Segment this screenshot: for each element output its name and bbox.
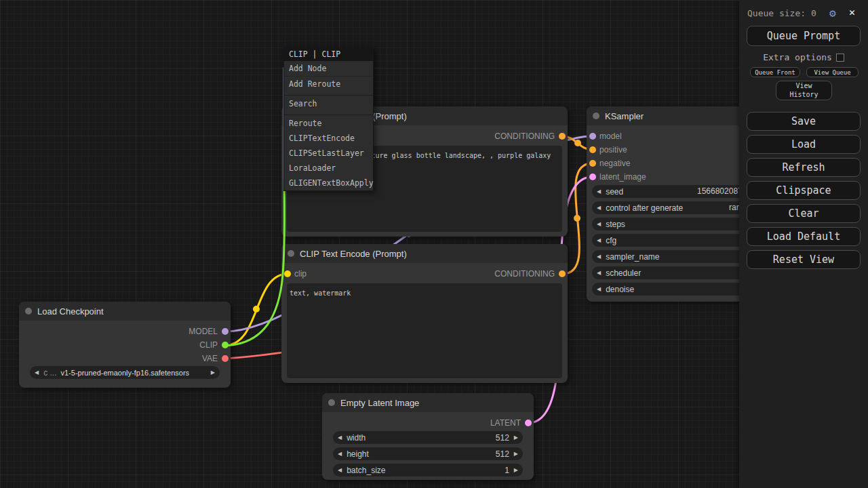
menu-item-add-reroute[interactable]: Add Reroute — [284, 77, 373, 92]
queue-prompt-button[interactable]: Queue Prompt — [747, 26, 861, 46]
menu-separator — [284, 111, 373, 115]
menu-search-field[interactable]: Search — [284, 96, 373, 111]
clipspace-button[interactable]: Clipspace — [747, 181, 861, 200]
queue-size-label: Queue size: 0 — [747, 8, 816, 18]
extra-options-checkbox[interactable] — [836, 54, 844, 62]
close-icon[interactable]: ✕ — [849, 6, 855, 18]
link-dragging-clip — [226, 68, 285, 346]
load-button[interactable]: Load — [747, 135, 861, 154]
view-queue-button[interactable]: View Queue — [806, 67, 859, 77]
menu-separator — [284, 92, 373, 96]
refresh-button[interactable]: Refresh — [747, 158, 861, 177]
view-history-button[interactable]: View History — [776, 81, 832, 100]
extra-options-row: Extra options — [739, 52, 868, 62]
menu-item-cliptextencode[interactable]: CLIPTextEncode — [284, 131, 373, 146]
menu-item-loraloader[interactable]: LoraLoader — [284, 161, 373, 176]
menu-item-add-node[interactable]: Add Node — [284, 61, 373, 77]
context-menu-title: CLIP | CLIP — [284, 48, 373, 61]
clear-button[interactable]: Clear — [747, 204, 861, 223]
settings-gear-icon[interactable]: ⚙ — [829, 7, 836, 20]
dragging-link-layer — [0, 0, 868, 488]
load-default-button[interactable]: Load Default — [747, 227, 861, 246]
queue-front-button[interactable]: Queue Front — [750, 67, 800, 77]
menu-item-reroute[interactable]: Reroute — [284, 116, 373, 131]
context-menu: CLIP | CLIP Add Node Add Reroute Search … — [283, 47, 374, 191]
extra-options-label: Extra options — [763, 52, 832, 62]
menu-item-clipsetlastlayer[interactable]: CLIPSetLastLayer — [284, 146, 373, 161]
graph-canvas[interactable]: Load Checkpoint MODEL CLIP VAE ◀ c ... v… — [0, 0, 868, 488]
menu-item-gligentextboxapply[interactable]: GLIGENTextBoxApply — [284, 176, 373, 190]
reset-view-button[interactable]: Reset View — [747, 250, 861, 269]
queue-sidebar: Queue size: 0 ⚙ ✕ Queue Prompt Extra opt… — [739, 0, 868, 488]
save-button[interactable]: Save — [747, 112, 861, 131]
